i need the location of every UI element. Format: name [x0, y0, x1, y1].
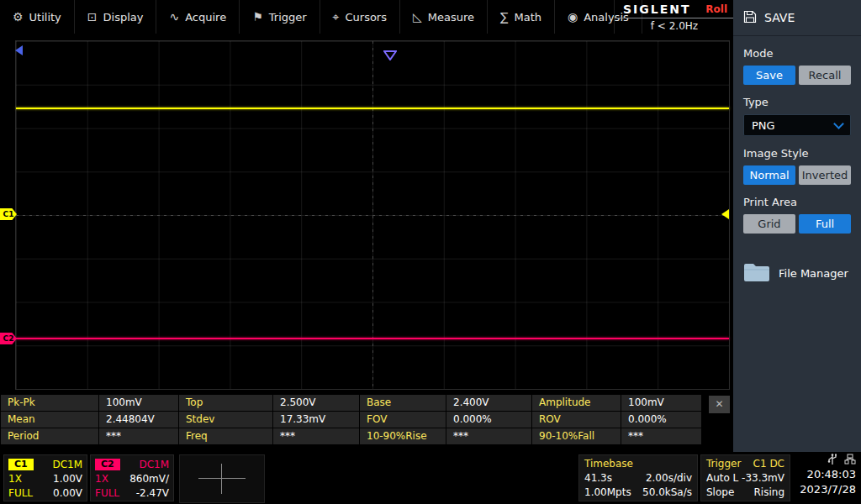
type-selected-value: PNG: [752, 119, 775, 132]
measure-value: ***: [99, 428, 178, 444]
print-area-label: Print Area: [743, 196, 851, 208]
ruler-icon: ◺: [413, 10, 422, 24]
menu-math[interactable]: ∑ Math: [488, 0, 555, 34]
type-label: Type: [743, 96, 851, 108]
measure-value: ***: [446, 428, 531, 444]
measure-label: Pk-Pk: [1, 395, 98, 411]
timebase-per-div: 2.00s/div: [646, 471, 692, 486]
file-manager-label: File Manager: [779, 267, 848, 280]
close-icon[interactable]: ✕: [709, 396, 730, 413]
measure-label: FOV: [360, 412, 446, 428]
menu-cursors[interactable]: ⌖ Cursors: [320, 0, 400, 34]
clock-block: 20:48:03 2023/7/28: [800, 454, 856, 497]
menu-utility[interactable]: ⚙ Utility: [0, 0, 75, 34]
measure-value: 17.33mV: [273, 412, 359, 428]
channel1-attenuation: 1X: [8, 473, 22, 485]
status-bar: C1 DC1M 1X 1.00V FULL 0.00V C2 DC1M 1X 8…: [0, 452, 861, 504]
sigma-icon: ∑: [500, 10, 508, 24]
channel1-offset-marker[interactable]: C1: [0, 208, 17, 220]
measure-label: Base: [360, 395, 446, 411]
channel2-coupling: DC1M: [139, 459, 169, 470]
print-area-grid-button[interactable]: Grid: [743, 214, 795, 234]
save-disk-icon: [743, 10, 757, 26]
trigger-label: Trigger: [706, 457, 741, 471]
channel2-scale: 860mV/: [129, 473, 169, 485]
image-style-label: Image Style: [743, 147, 851, 160]
print-area-full-button[interactable]: Full: [799, 214, 851, 234]
timebase-value: 41.3s: [584, 471, 612, 486]
waveform-area: C1 C2: [0, 34, 733, 395]
crosshair-v-line: [221, 464, 222, 494]
channel2-attenuation: 1X: [95, 473, 108, 485]
menu-label: Cursors: [345, 11, 387, 24]
trigger-mode: Auto: [706, 471, 730, 486]
menu-label: Acquire: [185, 11, 226, 24]
menu-trigger[interactable]: ⚑ Trigger: [240, 0, 320, 34]
graticule-v-axis: [372, 41, 373, 389]
trigger-source: C1 DC: [753, 457, 784, 471]
timebase-sample-rate: 50.0kSa/s: [642, 486, 692, 500]
crosshair-h-line: [198, 478, 246, 479]
channel1-status-box[interactable]: C1 DC1M 1X 1.00V FULL 0.00V: [3, 454, 87, 501]
trigger-level-marker[interactable]: [721, 209, 729, 219]
image-style-normal-button[interactable]: Normal: [743, 165, 795, 185]
menu-display[interactable]: ⊡ Display: [75, 0, 157, 34]
save-panel: SAVE Mode Save Recall Type PNG Image Sty…: [733, 0, 861, 452]
trigger-position-marker[interactable]: [383, 48, 397, 64]
measure-label: ROV: [532, 412, 621, 428]
graticule: [15, 40, 730, 390]
trigger-slope-value: Rising: [754, 486, 784, 500]
panel-title: SAVE: [764, 11, 795, 24]
mode-recall-button[interactable]: Recall: [799, 66, 851, 85]
menu-measure[interactable]: ◺ Measure: [400, 0, 488, 34]
lan-icon: [844, 454, 856, 467]
mode-save-button[interactable]: Save: [743, 66, 795, 85]
channel2-chip: C2: [95, 459, 120, 470]
image-style-inverted-button[interactable]: Inverted: [799, 165, 851, 185]
measure-label: 10-90%Rise: [360, 428, 446, 444]
trigger-level: L -33.3mV: [733, 471, 784, 486]
channel1-scale: 1.00V: [53, 473, 82, 485]
trigger-status-box[interactable]: Trigger C1 DC Auto L -33.3mV Slope Risin…: [700, 454, 790, 501]
timebase-points: 1.00Mpts: [584, 486, 631, 500]
file-manager-button[interactable]: File Manager: [743, 262, 851, 285]
channel2-status-box[interactable]: C2 DC1M 1X 860mV/ FULL -2.47V: [90, 454, 174, 501]
timebase-status-box[interactable]: Timebase 41.3s 2.00s/div 1.00Mpts 50.0kS…: [578, 454, 698, 501]
waveform-icon: ∿: [169, 10, 179, 24]
type-dropdown[interactable]: PNG: [743, 114, 851, 136]
measure-value: 100mV: [99, 395, 178, 411]
crosshair-icon: ⌖: [333, 10, 340, 24]
analysis-icon: ◉: [568, 10, 578, 24]
oscilloscope-ui: ⚙ Utility ⊡ Display ∿ Acquire ⚑ Trigger …: [0, 0, 861, 504]
channel2-offset: -2.47V: [136, 487, 169, 499]
trace-c1: [16, 108, 729, 109]
flag-icon: ⚑: [252, 10, 263, 24]
mode-label: Mode: [743, 47, 851, 60]
channel1-offset: 0.00V: [53, 487, 82, 499]
channel2-offset-marker[interactable]: C2: [0, 333, 17, 344]
gear-icon: ⚙: [13, 10, 24, 24]
menu-label: Utility: [29, 11, 61, 24]
measure-value: 0.000%: [621, 412, 701, 428]
menu-label: Measure: [428, 11, 474, 24]
roll-position-arrow-icon: [15, 45, 23, 55]
measure-value: 0.000%: [446, 412, 531, 428]
folder-icon: [743, 262, 770, 285]
measure-value: 2.500V: [273, 395, 359, 411]
measure-label: Period: [1, 428, 98, 444]
chevron-down-icon: [833, 118, 844, 129]
channel1-bandwidth: FULL: [8, 487, 33, 499]
measure-value: ***: [273, 428, 359, 444]
brand-block: SIGLENT Roll f < 2.0Hz: [614, 0, 734, 34]
measure-label: Stdev: [179, 412, 272, 428]
menu-acquire[interactable]: ∿ Acquire: [156, 0, 240, 34]
measure-value: ***: [621, 428, 701, 444]
menu-label: Math: [514, 11, 541, 24]
siglent-logo: SIGLENT: [623, 3, 691, 16]
measure-value: 2.400V: [446, 395, 531, 411]
measure-label: Amplitude: [532, 395, 621, 411]
separator: [733, 35, 861, 36]
usb-icon: [827, 454, 837, 467]
measure-label: 90-10%Fall: [532, 428, 621, 444]
monitor-icon: ⊡: [87, 10, 98, 24]
